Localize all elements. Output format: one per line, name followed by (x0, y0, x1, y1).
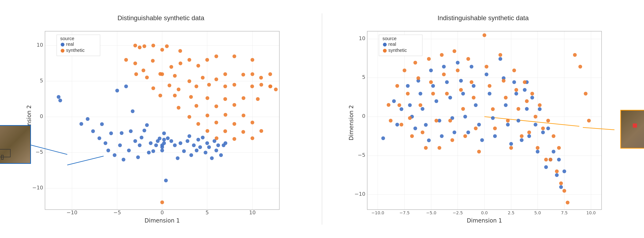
svg-point-41 (124, 85, 128, 88)
svg-point-288 (456, 69, 460, 72)
svg-point-79 (205, 141, 209, 145)
svg-point-56 (158, 137, 162, 140)
svg-point-74 (195, 149, 198, 152)
svg-point-80 (207, 145, 211, 149)
svg-point-163 (61, 49, 64, 53)
svg-text:Dimension 1: Dimension 1 (466, 217, 502, 224)
left-chart-panel: Distinguishable synthetic data (0, 0, 322, 238)
svg-point-92 (160, 48, 164, 52)
svg-text:−10: −10 (354, 191, 365, 197)
svg-point-71 (188, 134, 191, 138)
svg-point-68 (178, 141, 182, 145)
svg-point-334 (383, 43, 387, 47)
svg-point-304 (504, 96, 508, 100)
svg-point-33 (104, 141, 107, 145)
svg-point-259 (557, 158, 561, 161)
svg-point-282 (440, 53, 444, 57)
svg-point-108 (134, 72, 138, 76)
svg-text:10: 10 (36, 42, 43, 48)
svg-text:Dimension 2: Dimension 2 (348, 105, 354, 140)
svg-point-224 (459, 79, 463, 83)
svg-text:0: 0 (40, 113, 43, 119)
svg-point-95 (124, 58, 128, 62)
svg-point-210 (421, 107, 424, 111)
svg-point-209 (418, 92, 422, 96)
svg-text:source: source (382, 36, 396, 41)
svg-text:−5.0: −5.0 (426, 210, 436, 215)
svg-point-266 (398, 103, 401, 107)
svg-point-144 (206, 114, 209, 117)
svg-point-205 (408, 103, 412, 107)
svg-point-305 (506, 119, 510, 123)
svg-point-81 (210, 156, 214, 160)
svg-point-281 (438, 146, 441, 150)
svg-point-139 (177, 106, 180, 110)
svg-point-269 (406, 92, 410, 96)
svg-point-331 (587, 119, 591, 123)
svg-point-123 (194, 85, 198, 88)
svg-point-250 (534, 123, 537, 127)
svg-point-138 (256, 97, 260, 101)
svg-point-35 (109, 131, 113, 135)
svg-point-264 (389, 119, 392, 123)
svg-point-75 (196, 138, 200, 142)
svg-point-44 (131, 109, 134, 113)
svg-point-26 (57, 95, 60, 99)
svg-point-47 (138, 143, 142, 147)
svg-point-124 (207, 83, 211, 87)
svg-point-48 (140, 136, 144, 139)
right-chart-svg: −10.0 −7.5 −5.0 −2.5 0.0 2.5 5.0 7.5 10.… (348, 24, 618, 224)
svg-point-326 (562, 189, 566, 193)
right-chart-panel: Indistinguishable synthetic data (322, 0, 644, 238)
svg-point-322 (552, 134, 556, 138)
svg-point-240 (506, 123, 510, 127)
svg-point-127 (250, 85, 254, 88)
svg-point-291 (463, 134, 467, 138)
svg-point-227 (466, 130, 470, 134)
svg-point-136 (223, 97, 227, 101)
svg-point-65 (170, 139, 173, 143)
svg-point-111 (173, 74, 177, 78)
svg-point-232 (480, 138, 484, 142)
svg-text:5: 5 (206, 210, 209, 215)
svg-point-213 (429, 69, 433, 72)
svg-point-36 (113, 153, 116, 157)
svg-point-310 (520, 134, 524, 138)
svg-text:−5: −5 (358, 152, 365, 158)
svg-point-268 (402, 69, 406, 72)
svg-point-283 (442, 73, 446, 76)
svg-point-309 (516, 107, 520, 111)
svg-point-220 (448, 96, 452, 100)
svg-point-125 (223, 85, 227, 88)
svg-text:−5: −5 (36, 149, 43, 155)
svg-point-223 (456, 61, 460, 65)
svg-point-292 (466, 57, 470, 61)
svg-point-60 (162, 131, 166, 135)
svg-point-147 (196, 122, 200, 126)
svg-point-53 (152, 149, 155, 153)
svg-point-122 (177, 88, 180, 91)
svg-point-102 (188, 58, 191, 62)
svg-point-303 (502, 79, 506, 83)
svg-point-155 (215, 136, 218, 140)
svg-point-39 (120, 131, 124, 135)
svg-point-293 (470, 80, 474, 84)
svg-point-30 (91, 129, 95, 133)
svg-point-320 (546, 119, 550, 123)
svg-point-140 (194, 104, 198, 108)
svg-text:real: real (66, 42, 74, 47)
svg-point-312 (525, 99, 529, 103)
svg-point-245 (520, 138, 524, 142)
svg-point-270 (408, 116, 412, 120)
svg-point-329 (578, 65, 582, 69)
svg-point-143 (188, 115, 191, 119)
svg-point-212 (427, 138, 431, 142)
svg-point-251 (536, 150, 540, 153)
svg-point-299 (488, 84, 492, 88)
svg-point-38 (118, 143, 122, 147)
svg-point-263 (387, 103, 390, 107)
svg-point-126 (232, 83, 236, 87)
svg-point-257 (552, 150, 556, 153)
svg-text:0.0: 0.0 (481, 210, 488, 215)
svg-point-119 (268, 72, 272, 76)
